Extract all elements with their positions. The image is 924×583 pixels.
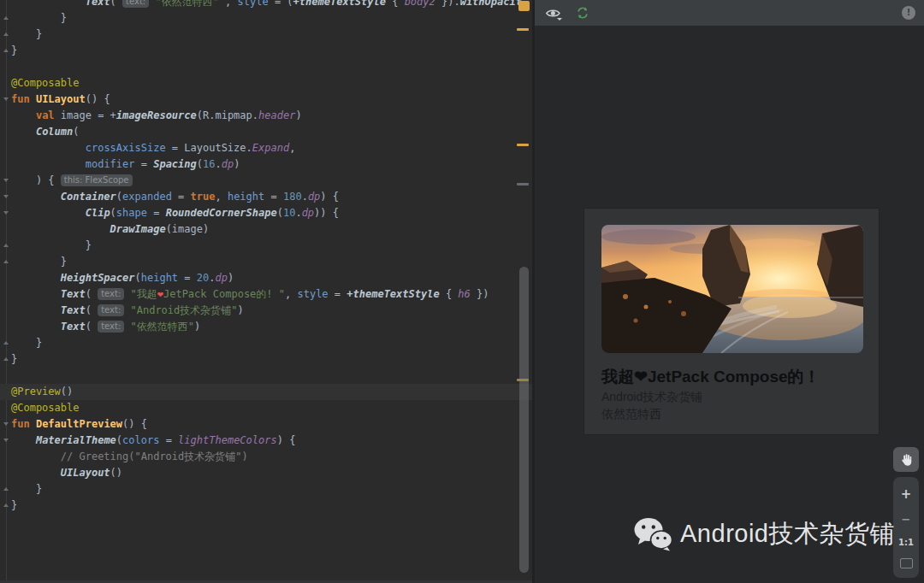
zoom-controls: + − 1:1 [893, 477, 919, 578]
code-line[interactable]: } [0, 254, 532, 270]
code-line[interactable]: fun DefaultPreview() { [0, 416, 532, 433]
code-area[interactable]: Text( text: "依然范特西" , style = (+themeTex… [0, 0, 532, 514]
code-line[interactable]: Container(expanded = true, height = 180.… [0, 189, 532, 205]
code-token: (image) [166, 223, 210, 235]
code-line[interactable] [0, 368, 532, 384]
actual-size-button[interactable]: 1:1 [898, 538, 914, 547]
code-token: } [61, 256, 67, 268]
fold-marker[interactable] [3, 211, 9, 215]
code-line[interactable]: HeightSpacer(height = 20.dp) [0, 270, 532, 286]
code-line[interactable]: } [0, 43, 532, 59]
stripe-mark[interactable] [517, 28, 529, 31]
stripe-mark[interactable] [517, 379, 529, 381]
warnings-indicator[interactable]: ! [902, 6, 915, 20]
inlay-hint: text: [98, 288, 124, 300]
code-line[interactable]: ) { this: FlexScope [0, 173, 532, 189]
code-line[interactable]: @Composable [0, 400, 532, 416]
fold-marker[interactable] [3, 244, 9, 247]
fit-to-screen-button[interactable] [900, 558, 913, 568]
fold-marker[interactable] [3, 504, 9, 507]
code-line[interactable]: MaterialTheme(colors = lightThemeColors)… [0, 433, 532, 449]
code-token: ) { [320, 191, 339, 203]
zoom-out-button[interactable]: − [902, 513, 911, 526]
code-token: Text [61, 304, 86, 316]
stripe-mark[interactable] [517, 183, 529, 186]
chevron-down-icon [557, 18, 562, 21]
watermark-text: Android技术杂货铺 [680, 517, 895, 551]
code-token: shape [116, 207, 147, 219]
pan-button[interactable] [893, 447, 919, 472]
eye-icon[interactable] [543, 3, 562, 22]
fold-marker[interactable] [3, 16, 9, 20]
code-token: "依然范特西" [155, 0, 218, 8]
stripe-mark[interactable] [517, 144, 529, 146]
code-token: )) { [314, 207, 339, 219]
code-token: "Android技术杂货铺" [131, 304, 238, 316]
fold-marker[interactable] [3, 487, 9, 491]
code-token: } [36, 28, 42, 40]
code-token: }). [435, 0, 460, 8]
code-token: } [36, 483, 42, 495]
scrollbar-thumb[interactable] [519, 267, 529, 573]
code-line[interactable]: Text( text: "Android技术杂货铺") [0, 303, 532, 319]
code-line[interactable]: @Composable [0, 75, 532, 91]
zoom-in-button[interactable]: + [901, 486, 912, 502]
fold-marker[interactable] [3, 32, 9, 36]
fold-marker[interactable] [3, 260, 9, 263]
inlay-hint: text: [98, 321, 124, 333]
code-token: = [135, 158, 154, 170]
code-token: . [302, 191, 308, 203]
fold-marker[interactable] [3, 357, 9, 361]
wechat-logo-icon [633, 516, 672, 551]
code-line[interactable]: Text( text: "依然范特西") [0, 319, 532, 335]
code-line[interactable]: val image = +imageResource(R.mipmap.head… [0, 108, 532, 124]
fold-marker[interactable] [3, 49, 9, 52]
code-editor-pane[interactable]: Text( text: "依然范特西" , style = (+themeTex… [0, 0, 532, 583]
code-line[interactable]: } [0, 10, 532, 26]
error-stripe[interactable] [513, 0, 532, 583]
code-token: ( [135, 272, 141, 284]
code-token: dp [222, 158, 234, 170]
preview-toolbar: ! [535, 0, 924, 26]
code-token: MaterialTheme [36, 434, 116, 446]
code-token: ( [116, 434, 122, 446]
code-line[interactable]: @Preview() [0, 384, 532, 400]
code-line[interactable]: Column( [0, 124, 532, 140]
inspections-status-icon[interactable] [518, 1, 530, 11]
code-line[interactable]: } [0, 238, 532, 254]
code-line[interactable]: modifier = Spacing(16.dp) [0, 156, 532, 173]
code-token: Spacing [153, 158, 197, 170]
code-line[interactable]: fun UILayout() { [0, 91, 532, 108]
code-line[interactable]: } [0, 26, 532, 43]
fold-marker[interactable] [3, 341, 9, 344]
code-line[interactable]: DrawImage(image) [0, 221, 532, 238]
fold-marker[interactable] [3, 179, 9, 182]
code-token: . [295, 207, 301, 219]
code-token: JetPack Compose的! " [163, 288, 285, 300]
code-line[interactable]: Text( text: "依然范特西" , style = (+themeTex… [0, 0, 532, 10]
fold-marker[interactable] [3, 195, 9, 198]
code-line[interactable]: } [0, 335, 532, 351]
fold-marker[interactable] [3, 97, 9, 101]
code-line[interactable]: // Greeting("Android技术杂货铺") [0, 449, 532, 465]
code-line[interactable]: crossAxisSize = LayoutSize.Expand, [0, 140, 532, 156]
code-line[interactable]: Clip(shape = RoundedCornerShape(10.dp)) … [0, 205, 532, 221]
code-token: @Composable [11, 402, 79, 414]
code-line[interactable]: UILayout() [0, 465, 532, 481]
code-token: () [110, 467, 122, 479]
code-token: . [215, 158, 221, 170]
code-line[interactable]: } [0, 498, 532, 514]
code-line[interactable]: } [0, 481, 532, 498]
fold-marker[interactable] [3, 422, 9, 426]
code-line[interactable]: } [0, 351, 532, 368]
code-token: ) { [36, 174, 61, 186]
refresh-icon[interactable] [573, 3, 592, 22]
code-token: Expand [252, 142, 289, 154]
code-line[interactable]: Text( text: "我超❤JetPack Compose的! ", sty… [0, 286, 532, 303]
code-token: 16 [203, 158, 215, 170]
code-token: = [159, 434, 178, 446]
code-line[interactable] [0, 59, 532, 75]
code-token: // Greeting("Android技术杂货铺") [61, 450, 248, 462]
fold-marker[interactable] [3, 439, 9, 442]
code-token: { [440, 288, 459, 300]
